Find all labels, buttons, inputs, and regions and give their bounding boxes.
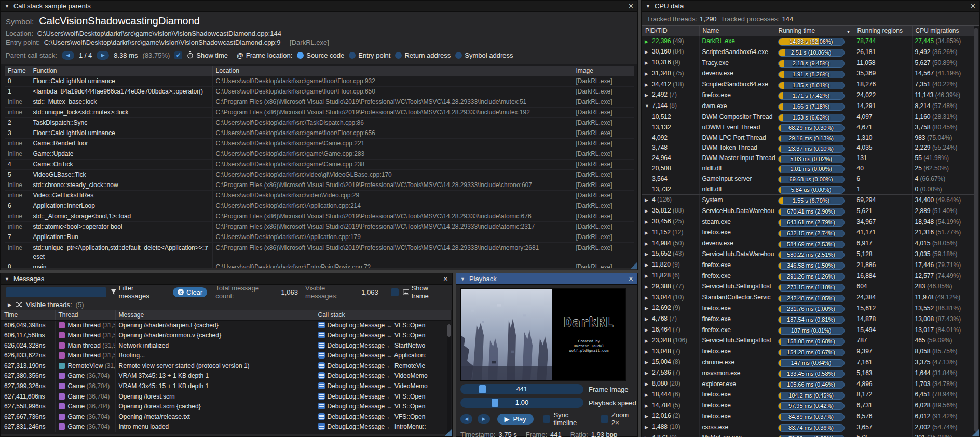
close-icon[interactable]: ×	[629, 2, 633, 10]
table-row[interactable]: ▶4,872 (9) MsMpEng.exe 70.22 ms (0.30%) …	[642, 433, 974, 437]
table-row[interactable]: ▶23,348 (106) ServiceHub.SettingsHost 15…	[642, 336, 974, 347]
radio-symbol-address-label[interactable]: Symbol address	[465, 51, 513, 59]
table-row[interactable]: inline Video::GetTicksHiRes C:\Users\wol…	[5, 190, 634, 201]
table-row[interactable]: ▶13,048 (7) firefox.exe 154.28 ms (0.67%…	[642, 347, 974, 357]
table-row[interactable]: 1 <lambda_84a19dc444fae966ca174e83e708bd…	[5, 86, 634, 97]
collapse-icon[interactable]: ▼	[460, 276, 465, 282]
expand-icon[interactable]: ▶	[645, 422, 652, 433]
table-row[interactable]: ▶22,396 (49) DarkRL.exe 14.33 s (62.06%)…	[642, 36, 974, 47]
expand-icon[interactable]: ▶	[645, 433, 652, 437]
expand-icon[interactable]: ▶	[645, 293, 652, 303]
list-item[interactable]: 627,558,996ns Game (36,704) Opening /for…	[1, 402, 451, 412]
callstack-list-icon[interactable]	[318, 423, 325, 430]
cpu-scrollbar[interactable]	[974, 27, 978, 435]
resize-grip[interactable]	[972, 429, 979, 436]
table-row[interactable]: 10,512 DWM Compositor Thread 1.53 s (6.6…	[642, 112, 974, 123]
radio-return-address-label[interactable]: Return address	[404, 51, 451, 59]
callstack-list-icon[interactable]	[318, 413, 325, 420]
table-row[interactable]: 0 Floor::CalcLightNoLuminance C:\Users\w…	[5, 76, 634, 86]
table-row[interactable]: ▶2,492 (7) firefox.exe 1.71 s (7.42%) 24…	[642, 90, 974, 101]
expand-icon[interactable]: ▶	[645, 368, 652, 379]
table-row[interactable]: ▼7,144 (8) dwm.exe 1.66 s (7.18%) 14,291…	[642, 101, 974, 112]
table-row[interactable]: ▶4 (126) System 1.55 s (6.70%) 69,294 34…	[642, 195, 974, 206]
name-column-header[interactable]: Name	[699, 26, 775, 36]
show-frame-checkbox[interactable]	[391, 288, 399, 296]
zoom-2x-checkbox[interactable]	[601, 415, 608, 423]
table-row[interactable]: ▶1,488 (10) csrss.exe 83.74 ms (0.36%) 3…	[642, 422, 974, 433]
running-time-column-header[interactable]: ▼Running time	[775, 26, 854, 36]
table-row[interactable]: ▶18,444 (6) firefox.exe 104.2 ms (0.45%)…	[642, 390, 974, 401]
radio-entry-point[interactable]	[349, 52, 356, 59]
table-row[interactable]: ▶31,340 (75) devenv.exe 1.91 s (8.26%) 3…	[642, 69, 974, 80]
step-forward-button[interactable]: ▶	[478, 414, 489, 424]
message-callstack[interactable]: DebugLog::Message ← RemoteVie	[315, 361, 451, 372]
expand-icon[interactable]: ▶	[645, 357, 652, 368]
visible-threads-row[interactable]: ▶ Visible threads: (5)	[1, 299, 452, 310]
playback-speed-slider[interactable]: 1.00	[460, 398, 583, 408]
expand-icon[interactable]: ▶	[645, 195, 652, 206]
table-row[interactable]: ▶14,984 (50) devenv.exe 584.69 ms (2.53%…	[642, 239, 974, 249]
callstack-list-icon[interactable]	[318, 362, 325, 369]
table-row[interactable]: inline std::unique_lock<std::mutex>::loc…	[5, 107, 634, 117]
expand-icon[interactable]: ▶	[645, 303, 652, 314]
close-icon[interactable]: ×	[629, 275, 633, 283]
table-row[interactable]: inline std::unique_ptr<Application,std::…	[5, 242, 634, 262]
callstack-list-icon[interactable]	[318, 403, 325, 409]
callstack-list-icon[interactable]	[318, 322, 325, 328]
close-icon[interactable]: ×	[443, 275, 448, 283]
list-item[interactable]: 627,411,606ns Game (36,704) Opening /for…	[1, 392, 451, 402]
table-row[interactable]: 5 VideoGLBase::Tick C:\Users\wolf\Deskto…	[5, 169, 634, 180]
table-row[interactable]: 8 main C:\Users\wolf\Desktop\darkrl\src\…	[5, 262, 634, 268]
table-row[interactable]: ▶13,044 (10) StandardCollector.Servic 24…	[642, 293, 974, 303]
expand-icon[interactable]: ▶	[645, 314, 652, 325]
image-column-header[interactable]: Image	[573, 66, 634, 76]
collapse-icon[interactable]: ▼	[5, 276, 9, 282]
expand-icon[interactable]: ▶	[645, 217, 652, 228]
expand-icon[interactable]: ▶	[645, 401, 652, 412]
radio-source-code[interactable]	[297, 52, 304, 59]
sync-timeline-checkbox[interactable]	[543, 415, 551, 423]
table-row[interactable]: 4,092 DWM LPC Port Thread 29.16 ms (0.13…	[642, 133, 974, 143]
expand-icon[interactable]: ▼	[645, 101, 652, 112]
table-row[interactable]: ▶15,004 (8) chrome.exe 147 ms (0.64%) 7,…	[642, 357, 974, 368]
message-column-header[interactable]: Message	[115, 310, 315, 320]
list-item[interactable]: 626,833,622ns Main thread (31,596) Booti…	[1, 351, 451, 361]
list-item[interactable]: 606,049,398ns Main thread (31,596) Openi…	[1, 320, 451, 330]
table-row[interactable]: ▶12,016 (2) firefox.exe 84.89 ms (0.37%)…	[642, 411, 974, 422]
close-icon[interactable]: ×	[971, 2, 975, 10]
table-row[interactable]: 13,732 ntdll.dll 5.84 us (0.00%) 1 0 (0.…	[642, 184, 974, 195]
expand-icon[interactable]: ▶	[645, 325, 652, 336]
show-time-checkbox[interactable]: ✓	[174, 51, 182, 59]
message-callstack[interactable]: DebugLog::Message ← VFS::Open	[315, 320, 451, 330]
table-row[interactable]: ▶10,316 (9) Tracy.exe 2.18 s (9.45%) 11,…	[642, 58, 974, 69]
message-callstack[interactable]: DebugLog::Message ← VideoMemo	[315, 381, 451, 392]
play-button[interactable]: ▶ Play	[497, 414, 534, 425]
radio-entry-point-label[interactable]: Entry point	[358, 51, 390, 59]
pid-column-header[interactable]: PID/TID	[642, 26, 699, 36]
expand-icon[interactable]: ▶	[645, 90, 652, 101]
cpu-panel-titlebar[interactable]: ▼ CPU data ×	[642, 1, 979, 12]
expand-icon[interactable]: ▶	[645, 412, 652, 422]
callstack-list-icon[interactable]	[318, 382, 325, 389]
table-row[interactable]: inline Game::RenderFloor C:\Users\wolf\D…	[5, 138, 634, 149]
table-row[interactable]: ▶35,812 (88) ServiceHub.DataWarehou 670.…	[642, 206, 974, 217]
callstack-column-header[interactable]: Call stack	[315, 310, 451, 320]
expand-icon[interactable]: ▶	[645, 239, 652, 249]
expand-icon[interactable]: ▶	[645, 69, 652, 80]
message-callstack[interactable]: DebugLog::Message ← VFS::Open	[315, 330, 451, 341]
expand-icon[interactable]: ▶	[645, 228, 652, 239]
zoom-2x-label[interactable]: Zoom 2×	[611, 411, 637, 427]
function-column-header[interactable]: Function	[30, 66, 212, 76]
table-row[interactable]: ▶15,652 (43) ServiceHub.DataWarehou 580.…	[642, 249, 974, 260]
expand-icon[interactable]: ▶	[645, 37, 652, 47]
expand-icon[interactable]: ▶	[645, 379, 652, 390]
location-column-header[interactable]: Location	[212, 66, 573, 76]
collapse-icon[interactable]: ▼	[5, 4, 9, 9]
callstack-list-icon[interactable]	[318, 393, 325, 400]
table-row[interactable]: ▶14,784 (5) firefox.exe 97.95 ms (0.42%)…	[642, 401, 974, 412]
resize-grip[interactable]	[630, 262, 637, 269]
expand-icon[interactable]: ▶	[645, 260, 652, 271]
table-row[interactable]: ▶11,820 (9) firefox.exe 346.58 ms (1.50%…	[642, 260, 974, 271]
table-row[interactable]: inline std::_Mutex_base::lock C:\Program…	[5, 97, 634, 107]
table-row[interactable]: ▶30,160 (84) ScriptedSandbox64.exe 2.51 …	[642, 47, 974, 58]
